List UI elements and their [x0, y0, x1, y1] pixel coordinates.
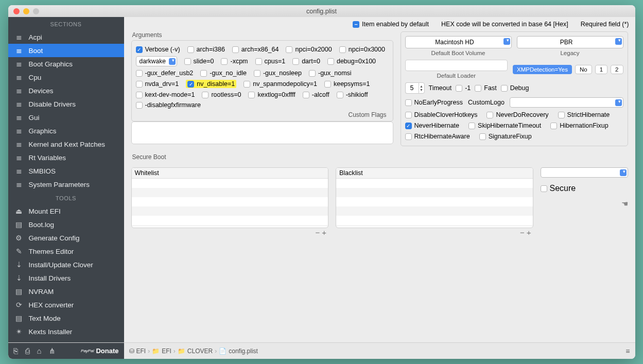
customlogo-select[interactable]	[510, 97, 623, 108]
blacklist-table[interactable]: Blacklist	[336, 167, 533, 228]
npci-0x3000-checkbox[interactable]: npci=0x3000	[339, 46, 385, 53]
sidebar-item-devices[interactable]: ≣Devices	[8, 84, 124, 97]
fast-checkbox[interactable]: Fast	[475, 84, 496, 92]
export-icon[interactable]: ⎘	[13, 346, 18, 355]
sidebar-item-kernel-and-kext-patches[interactable]: ≣Kernel and Kext Patches	[8, 137, 124, 151]
cpus-1-checkbox[interactable]: cpus=1	[255, 58, 286, 65]
tool-item-themes-editor[interactable]: ✎Themes Editor	[8, 245, 124, 258]
darkwake-select[interactable]: darkwake	[136, 56, 177, 66]
import-icon[interactable]: ⎙	[25, 346, 30, 355]
blacklist-add-button[interactable]: +	[527, 228, 531, 237]
xmp-no-button[interactable]: No	[575, 65, 592, 74]
minimize-icon[interactable]	[23, 8, 29, 14]
breadcrumb-item[interactable]: 📁CLOVER	[178, 348, 213, 355]
legacy-select[interactable]: PBR	[517, 36, 623, 48]
slide-0-checkbox[interactable]: slide=0	[184, 58, 214, 65]
sidebar-item-acpi[interactable]: ≣Acpi	[8, 30, 124, 44]
sidebar-item-smbios[interactable]: ≣SMBIOS	[8, 164, 124, 178]
nv-disable-1-checkbox[interactable]: ✓nv_disable=1	[186, 80, 236, 88]
share-icon[interactable]: ⋔	[49, 346, 56, 356]
dart-0-checkbox[interactable]: dart=0	[292, 58, 320, 65]
tool-item-install-update-clover[interactable]: ⇣Install/Update Clover	[8, 258, 124, 271]
kext-dev-mode-1-checkbox[interactable]: kext-dev-mode=1	[136, 91, 195, 98]
-shikioff-checkbox[interactable]: -shikioff	[337, 91, 368, 98]
nvda-drv-1-checkbox[interactable]: nvda_drv=1	[136, 80, 179, 88]
chevron-up-icon[interactable]: ▲	[420, 84, 423, 88]
sidebar-item-cpu[interactable]: ≣Cpu	[8, 71, 124, 84]
tool-item-install-drivers[interactable]: ⇣Install Drivers	[8, 271, 124, 285]
customlogo-label: CustomLogo	[468, 99, 505, 106]
sidebar: SECTIONS ≣Acpi≣Boot≣Boot Graphics≣Cpu≣De…	[8, 17, 124, 342]
debug-0x100-checkbox[interactable]: debug=0x100	[327, 58, 376, 65]
tool-item-text-mode[interactable]: ▤Text Mode	[8, 311, 124, 325]
verbose-v--checkbox[interactable]: ✓Verbose (-v)	[136, 46, 180, 53]
default-loader-input[interactable]	[405, 60, 508, 71]
sidebar-item-system-parameters[interactable]: ≣System Parameters	[8, 178, 124, 191]
whitelist-add-button[interactable]: +	[322, 228, 326, 237]
keepsyms-1-checkbox[interactable]: keepsyms=1	[324, 80, 370, 88]
xmp-2-button[interactable]: 2	[611, 65, 623, 74]
zoom-icon[interactable]	[33, 8, 39, 14]
rtchibernateaware-checkbox[interactable]: RtcHibernateAware	[405, 133, 470, 140]
home-icon[interactable]: ⌂	[37, 346, 42, 355]
breadcrumb-item[interactable]: 📄config.plist	[219, 348, 258, 355]
sidebar-item-boot-graphics[interactable]: ≣Boot Graphics	[8, 57, 124, 71]
-alcoff-checkbox[interactable]: -alcoff	[303, 91, 329, 98]
neverdorecovery-checkbox[interactable]: NeverDoRecovery	[486, 111, 548, 118]
-xcpm-checkbox[interactable]: -xcpm	[221, 58, 248, 65]
hand-icon[interactable]: ☚	[621, 199, 628, 209]
chevron-down-icon[interactable]: ▼	[420, 88, 423, 92]
breadcrumb-item[interactable]: ⛁EFI	[129, 348, 146, 355]
sidebar-item-graphics[interactable]: ≣Graphics	[8, 124, 124, 137]
hibernationfixup-checkbox[interactable]: HibernationFixup	[550, 122, 609, 129]
sidebar-item-rt-variables[interactable]: ≣Rt Variables	[8, 151, 124, 164]
-gux-nosleep-checkbox[interactable]: -gux_nosleep	[254, 70, 302, 77]
-1-checkbox[interactable]: -1	[456, 84, 471, 92]
-disablegfxfirmware-checkbox[interactable]: -disablegfxfirmware	[136, 101, 201, 109]
blacklist-remove-button[interactable]: −	[520, 228, 525, 237]
sidebar-item-disable-drivers[interactable]: ≣Disable Drivers	[8, 97, 124, 111]
tool-item-kexts-installer[interactable]: ✴Kexts Installer	[8, 325, 124, 338]
stricthibernate-checkbox[interactable]: StrictHibernate	[558, 111, 610, 118]
arch-i386-checkbox[interactable]: arch=i386	[187, 46, 225, 53]
whitelist-remove-button[interactable]: −	[315, 228, 320, 237]
xmp-1-button[interactable]: 1	[595, 65, 607, 74]
disablecloverhotkeys-checkbox[interactable]: DisableCloverHotkeys	[405, 111, 478, 118]
skiphibernatetimeout-checkbox[interactable]: SkipHibernateTimeout	[468, 122, 541, 129]
noearlyprogress-checkbox[interactable]: NoEarlyProgress	[405, 99, 463, 106]
sidebar-item-boot[interactable]: ≣Boot	[8, 44, 124, 57]
default-boot-volume-select[interactable]: Macintosh HD	[405, 36, 512, 48]
-gux-nomsi-checkbox[interactable]: -gux_nomsi	[309, 70, 352, 77]
secure-checkbox[interactable]: Secure	[541, 184, 628, 193]
list-view-icon[interactable]: ≡	[620, 347, 635, 355]
signaturefixup-checkbox[interactable]: SignatureFixup	[479, 133, 532, 140]
checkbox-box	[232, 46, 239, 53]
tool-item-generate-config[interactable]: ⚙Generate Config	[8, 231, 124, 245]
nv-spanmodepolicy-1-checkbox[interactable]: nv_spanmodepolicy=1	[244, 80, 317, 88]
donate-button[interactable]: PayPal Donate	[81, 347, 118, 355]
tool-item-hex-converter[interactable]: ⟳HEX converter	[8, 298, 124, 311]
item-enabled-label: Item enabled by default	[362, 21, 429, 28]
tool-item-boot-log[interactable]: ▤Boot.log	[8, 218, 124, 231]
tool-item-mount-efi[interactable]: ⏏Mount EFI	[8, 204, 124, 218]
secure-boot-select[interactable]	[541, 167, 628, 178]
close-icon[interactable]	[13, 8, 20, 14]
rootless-0-checkbox[interactable]: rootless=0	[202, 91, 241, 98]
xmp-detection-button[interactable]: XMPDetection=Yes	[513, 65, 572, 74]
breadcrumb-item[interactable]: 📁EFI	[152, 348, 171, 355]
kextlog-0xffff-checkbox[interactable]: kextlog=0xffff	[248, 91, 295, 98]
timeout-label: Timeout	[429, 84, 452, 92]
checkbox-box	[558, 112, 565, 118]
sidebar-item-gui[interactable]: ≣Gui	[8, 111, 124, 124]
-gux-no-idle-checkbox[interactable]: -gux_no_idle	[200, 70, 247, 77]
npci-0x2000-checkbox[interactable]: npci=0x2000	[286, 46, 332, 53]
default-boot-volume-label: Default Boot Volume	[431, 50, 485, 56]
debug-checkbox[interactable]: Debug	[501, 84, 529, 92]
tool-item-nvram[interactable]: ▤NVRAM	[8, 285, 124, 298]
neverhibernate-checkbox[interactable]: ✓NeverHibernate	[405, 122, 460, 129]
whitelist-table[interactable]: Whitelist	[131, 167, 329, 228]
arch-x86-64-checkbox[interactable]: arch=x86_64	[232, 46, 279, 53]
custom-flags-input[interactable]	[131, 122, 393, 144]
-gux-defer-usb2-checkbox[interactable]: -gux_defer_usb2	[136, 70, 194, 77]
timeout-stepper[interactable]: ▲▼	[405, 82, 425, 94]
